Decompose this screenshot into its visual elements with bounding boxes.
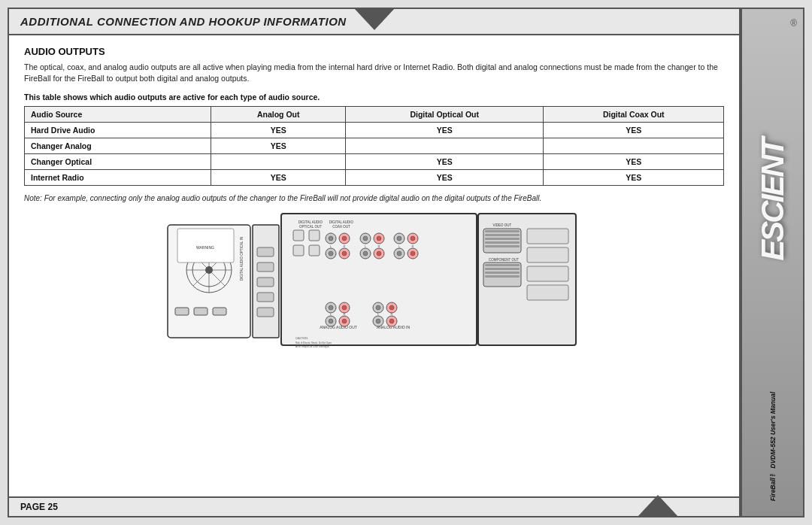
svg-rect-93: [485, 272, 520, 274]
svg-rect-96: [527, 247, 568, 262]
svg-rect-26: [309, 245, 320, 256]
table-header-analog: Analog Out: [211, 107, 346, 123]
brand-logo: ESCIENT: [757, 140, 789, 261]
row-analog-2: [211, 154, 346, 170]
svg-rect-86: [485, 234, 520, 236]
row-optical-0: YES: [345, 123, 544, 138]
svg-rect-85: [485, 230, 520, 232]
svg-point-61: [329, 305, 333, 310]
row-coax-0: YES: [544, 123, 724, 138]
top-arrow-outer: [353, 8, 395, 30]
svg-point-54: [397, 251, 401, 256]
svg-text:CAUTION:: CAUTION:: [295, 337, 308, 340]
row-source-3: Internet Radio: [25, 170, 211, 186]
section-title: AUDIO OUTPUTS: [24, 46, 724, 57]
audio-table: Audio Source Analog Out Digital Optical …: [24, 106, 724, 186]
table-header-optical: Digital Optical Out: [345, 107, 544, 123]
section-body-text: The optical, coax, and analog audio outp…: [24, 62, 724, 83]
svg-point-67: [342, 319, 347, 323]
svg-point-42: [377, 236, 381, 241]
svg-rect-95: [527, 229, 568, 244]
svg-rect-98: [527, 285, 568, 300]
svg-text:DIGITAL AUDIO OPTICAL IN: DIGITAL AUDIO OPTICAL IN: [240, 237, 244, 281]
svg-text:AVIS: Risque De Choc Electriqu: AVIS: Risque De Choc Electrique -: [295, 345, 330, 348]
svg-rect-23: [293, 230, 304, 241]
row-optical-3: YES: [345, 170, 544, 186]
svg-rect-17: [257, 278, 274, 287]
row-coax-3: YES: [544, 170, 724, 186]
svg-text:DIGITAL AUDIO: DIGITAL AUDIO: [329, 220, 353, 224]
bottom-arrow-inner: [641, 520, 679, 525]
product-line-text: FireBall™ DVDM-552 User's Manual: [769, 392, 777, 501]
table-header-source: Audio Source: [25, 107, 211, 123]
svg-rect-87: [485, 238, 520, 240]
svg-rect-24: [309, 230, 320, 241]
sidebar: ® ESCIENT FireBall™ DVDM-552 User's Manu…: [741, 8, 804, 517]
svg-point-46: [377, 251, 381, 256]
svg-rect-15: [257, 247, 274, 256]
row-coax-2: YES: [544, 154, 724, 170]
svg-text:OPTICAL OUT: OPTICAL OUT: [299, 225, 322, 229]
registered-symbol: ®: [790, 18, 797, 29]
svg-point-65: [329, 319, 333, 323]
table-header-coax: Digital Coax Out: [544, 107, 724, 123]
table-intro: This table shows which audio outputs are…: [24, 93, 724, 102]
svg-rect-18: [257, 293, 274, 302]
row-optical-2: YES: [345, 154, 544, 170]
svg-rect-16: [257, 262, 274, 272]
svg-text:R: R: [343, 244, 345, 248]
main-content: ADDITIONAL CONNECTION AND HOOKUP INFORMA…: [8, 8, 741, 517]
svg-text:R: R: [411, 244, 414, 248]
svg-point-72: [376, 305, 380, 310]
svg-text:R: R: [390, 312, 392, 316]
row-analog-0: YES: [211, 123, 346, 138]
svg-point-40: [363, 236, 368, 241]
svg-point-36: [342, 251, 347, 256]
svg-rect-10: [213, 308, 226, 315]
row-source-1: Changer Analog: [25, 138, 211, 154]
table-row: Hard Drive Audio YES YES YES: [25, 123, 724, 138]
svg-point-76: [376, 319, 380, 323]
svg-point-44: [363, 251, 368, 256]
svg-text:WARNING: WARNING: [196, 245, 214, 250]
row-optical-1: [345, 138, 544, 154]
row-analog-1: YES: [211, 138, 346, 154]
svg-point-34: [329, 251, 333, 256]
svg-point-74: [389, 305, 394, 310]
row-source-0: Hard Drive Audio: [25, 123, 211, 138]
device-diagram-svg: WARNING DIGITAL AUDIO OPTICAL IN DIGITAL…: [164, 210, 585, 349]
svg-point-32: [342, 236, 347, 241]
svg-rect-88: [485, 241, 520, 244]
svg-rect-97: [527, 266, 568, 281]
svg-rect-8: [175, 308, 189, 315]
svg-point-56: [411, 251, 415, 256]
svg-rect-92: [485, 268, 520, 270]
page-body: AUDIO OUTPUTS The optical, coax, and ana…: [9, 35, 739, 496]
row-analog-3: YES: [211, 170, 346, 186]
row-coax-1: [544, 138, 724, 154]
svg-rect-89: [485, 245, 520, 247]
svg-point-50: [397, 236, 401, 241]
svg-text:Risk of Electric Shock. Do Not: Risk of Electric Shock. Do Not Open: [295, 341, 332, 344]
svg-rect-94: [485, 275, 520, 278]
page-number: PAGE 25: [20, 502, 58, 512]
svg-rect-25: [293, 245, 304, 256]
top-arrow-inner: [356, 0, 393, 5]
diagram-area: WARNING DIGITAL AUDIO OPTICAL IN DIGITAL…: [24, 210, 724, 349]
page-footer: PAGE 25: [9, 496, 739, 516]
table-row: Changer Analog YES: [25, 138, 724, 154]
svg-point-30: [329, 236, 333, 241]
svg-rect-91: [485, 264, 520, 266]
row-source-2: Changer Optical: [25, 154, 211, 170]
svg-point-78: [389, 319, 394, 323]
svg-text:VIDEO OUT: VIDEO OUT: [492, 223, 511, 227]
note-text: Note: For example, connecting only the a…: [24, 193, 724, 204]
table-row: Internet Radio YES YES YES: [25, 170, 724, 186]
svg-text:R: R: [377, 244, 380, 248]
svg-rect-9: [194, 308, 208, 315]
svg-rect-19: [257, 308, 274, 317]
sidebar-logo-area: ® ESCIENT FireBall™ DVDM-552 User's Manu…: [742, 9, 803, 516]
svg-text:ANALOG AUDIO OUT: ANALOG AUDIO OUT: [320, 325, 357, 329]
svg-point-52: [411, 236, 415, 241]
table-row: Changer Optical YES YES: [25, 154, 724, 170]
